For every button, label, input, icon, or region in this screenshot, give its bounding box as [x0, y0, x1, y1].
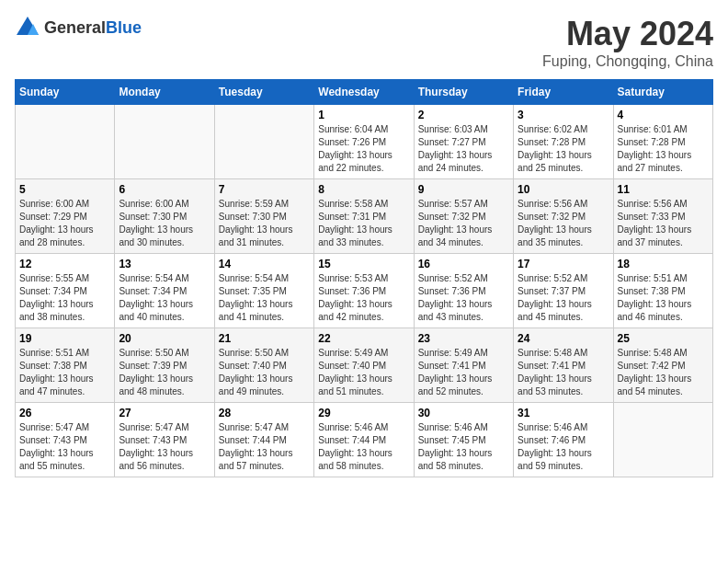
calendar-cell: 22Sunrise: 5:49 AM Sunset: 7:40 PM Dayli…	[314, 328, 414, 403]
day-number: 14	[219, 258, 310, 270]
calendar-cell: 7Sunrise: 5:59 AM Sunset: 7:30 PM Daylig…	[214, 179, 313, 254]
calendar-week-row: 1Sunrise: 6:04 AM Sunset: 7:26 PM Daylig…	[16, 105, 713, 179]
day-number: 6	[119, 183, 210, 196]
day-number: 21	[219, 332, 310, 345]
calendar-cell: 27Sunrise: 5:47 AM Sunset: 7:43 PM Dayli…	[115, 403, 214, 477]
day-number: 24	[518, 332, 609, 345]
day-number: 25	[618, 332, 709, 345]
calendar-week-row: 26Sunrise: 5:47 AM Sunset: 7:43 PM Dayli…	[16, 403, 713, 477]
day-info: Sunrise: 5:47 AM Sunset: 7:43 PM Dayligh…	[19, 421, 110, 473]
calendar-cell: 8Sunrise: 5:58 AM Sunset: 7:31 PM Daylig…	[314, 179, 414, 254]
page-header: GeneralBlue May 2024 Fuping, Chongqing, …	[15, 15, 713, 70]
day-number: 19	[19, 332, 110, 345]
calendar-cell: 13Sunrise: 5:54 AM Sunset: 7:34 PM Dayli…	[115, 254, 214, 328]
day-of-week-header: Monday	[115, 80, 214, 105]
logo-text-blue: Blue	[106, 18, 142, 37]
day-of-week-header: Friday	[514, 80, 613, 105]
day-number: 5	[19, 183, 110, 196]
calendar-week-row: 12Sunrise: 5:55 AM Sunset: 7:34 PM Dayli…	[16, 254, 713, 328]
calendar-cell: 19Sunrise: 5:51 AM Sunset: 7:38 PM Dayli…	[16, 328, 115, 403]
day-number: 2	[418, 109, 509, 121]
day-info: Sunrise: 5:58 AM Sunset: 7:31 PM Dayligh…	[318, 198, 409, 249]
day-number: 7	[219, 183, 310, 196]
calendar-week-row: 19Sunrise: 5:51 AM Sunset: 7:38 PM Dayli…	[16, 328, 713, 403]
day-number: 27	[119, 407, 210, 419]
calendar-cell: 23Sunrise: 5:49 AM Sunset: 7:41 PM Dayli…	[414, 328, 513, 403]
day-info: Sunrise: 5:47 AM Sunset: 7:43 PM Dayligh…	[119, 421, 210, 473]
day-number: 29	[318, 407, 409, 419]
calendar-cell	[16, 105, 115, 179]
logo: GeneralBlue	[15, 15, 142, 40]
calendar-cell: 21Sunrise: 5:50 AM Sunset: 7:40 PM Dayli…	[214, 328, 313, 403]
day-info: Sunrise: 5:53 AM Sunset: 7:36 PM Dayligh…	[318, 272, 409, 324]
calendar-cell: 9Sunrise: 5:57 AM Sunset: 7:32 PM Daylig…	[414, 179, 513, 254]
calendar-cell: 2Sunrise: 6:03 AM Sunset: 7:27 PM Daylig…	[414, 105, 513, 179]
calendar-cell: 29Sunrise: 5:46 AM Sunset: 7:44 PM Dayli…	[314, 403, 414, 477]
day-info: Sunrise: 5:48 AM Sunset: 7:42 PM Dayligh…	[618, 347, 709, 398]
day-info: Sunrise: 5:48 AM Sunset: 7:41 PM Dayligh…	[518, 347, 609, 398]
calendar-cell: 5Sunrise: 6:00 AM Sunset: 7:29 PM Daylig…	[16, 179, 115, 254]
day-info: Sunrise: 5:46 AM Sunset: 7:44 PM Dayligh…	[318, 421, 409, 473]
calendar-cell: 30Sunrise: 5:46 AM Sunset: 7:45 PM Dayli…	[414, 403, 513, 477]
day-info: Sunrise: 5:50 AM Sunset: 7:40 PM Dayligh…	[219, 347, 310, 398]
day-info: Sunrise: 6:00 AM Sunset: 7:29 PM Dayligh…	[19, 198, 110, 249]
day-number: 10	[518, 183, 609, 196]
day-info: Sunrise: 5:56 AM Sunset: 7:33 PM Dayligh…	[618, 198, 709, 249]
day-number: 15	[318, 258, 409, 270]
day-info: Sunrise: 6:02 AM Sunset: 7:28 PM Dayligh…	[518, 123, 609, 175]
logo-text-general: General	[44, 18, 106, 37]
day-of-week-header: Sunday	[16, 80, 115, 105]
month-title: May 2024	[542, 15, 713, 53]
day-info: Sunrise: 5:50 AM Sunset: 7:39 PM Dayligh…	[119, 347, 210, 398]
title-block: May 2024 Fuping, Chongqing, China	[542, 15, 713, 70]
day-number: 28	[219, 407, 310, 419]
day-info: Sunrise: 5:56 AM Sunset: 7:32 PM Dayligh…	[518, 198, 609, 249]
day-number: 20	[119, 332, 210, 345]
day-info: Sunrise: 6:00 AM Sunset: 7:30 PM Dayligh…	[119, 198, 210, 249]
day-info: Sunrise: 5:46 AM Sunset: 7:45 PM Dayligh…	[418, 421, 509, 473]
day-info: Sunrise: 5:52 AM Sunset: 7:36 PM Dayligh…	[418, 272, 509, 324]
calendar-cell: 4Sunrise: 6:01 AM Sunset: 7:28 PM Daylig…	[613, 105, 712, 179]
day-number: 12	[19, 258, 110, 270]
calendar-cell: 17Sunrise: 5:52 AM Sunset: 7:37 PM Dayli…	[514, 254, 613, 328]
calendar-cell: 15Sunrise: 5:53 AM Sunset: 7:36 PM Dayli…	[314, 254, 414, 328]
day-number: 18	[618, 258, 709, 270]
location: Fuping, Chongqing, China	[542, 53, 713, 70]
day-info: Sunrise: 5:49 AM Sunset: 7:40 PM Dayligh…	[318, 347, 409, 398]
day-info: Sunrise: 5:54 AM Sunset: 7:34 PM Dayligh…	[119, 272, 210, 324]
day-info: Sunrise: 5:54 AM Sunset: 7:35 PM Dayligh…	[219, 272, 310, 324]
day-number: 3	[518, 109, 609, 121]
day-number: 17	[518, 258, 609, 270]
day-number: 31	[518, 407, 609, 419]
day-info: Sunrise: 6:01 AM Sunset: 7:28 PM Dayligh…	[618, 123, 709, 175]
day-of-week-header: Thursday	[414, 80, 513, 105]
day-info: Sunrise: 6:03 AM Sunset: 7:27 PM Dayligh…	[418, 123, 509, 175]
calendar-cell: 31Sunrise: 5:46 AM Sunset: 7:46 PM Dayli…	[514, 403, 613, 477]
day-info: Sunrise: 6:04 AM Sunset: 7:26 PM Dayligh…	[318, 123, 409, 175]
day-number: 1	[318, 109, 409, 121]
calendar-cell: 14Sunrise: 5:54 AM Sunset: 7:35 PM Dayli…	[214, 254, 313, 328]
calendar-table: SundayMondayTuesdayWednesdayThursdayFrid…	[15, 79, 713, 477]
calendar-cell: 12Sunrise: 5:55 AM Sunset: 7:34 PM Dayli…	[16, 254, 115, 328]
calendar-cell: 24Sunrise: 5:48 AM Sunset: 7:41 PM Dayli…	[514, 328, 613, 403]
day-of-week-header: Saturday	[613, 80, 712, 105]
calendar-cell: 25Sunrise: 5:48 AM Sunset: 7:42 PM Dayli…	[613, 328, 712, 403]
calendar-cell: 18Sunrise: 5:51 AM Sunset: 7:38 PM Dayli…	[613, 254, 712, 328]
day-info: Sunrise: 5:47 AM Sunset: 7:44 PM Dayligh…	[219, 421, 310, 473]
day-number: 23	[418, 332, 509, 345]
calendar-cell: 6Sunrise: 6:00 AM Sunset: 7:30 PM Daylig…	[115, 179, 214, 254]
day-info: Sunrise: 5:52 AM Sunset: 7:37 PM Dayligh…	[518, 272, 609, 324]
day-number: 13	[119, 258, 210, 270]
day-info: Sunrise: 5:51 AM Sunset: 7:38 PM Dayligh…	[19, 347, 110, 398]
day-number: 8	[318, 183, 409, 196]
calendar-week-row: 5Sunrise: 6:00 AM Sunset: 7:29 PM Daylig…	[16, 179, 713, 254]
calendar-cell: 10Sunrise: 5:56 AM Sunset: 7:32 PM Dayli…	[514, 179, 613, 254]
day-number: 22	[318, 332, 409, 345]
day-info: Sunrise: 5:55 AM Sunset: 7:34 PM Dayligh…	[19, 272, 110, 324]
calendar-cell	[115, 105, 214, 179]
day-number: 26	[19, 407, 110, 419]
calendar-cell: 20Sunrise: 5:50 AM Sunset: 7:39 PM Dayli…	[115, 328, 214, 403]
day-info: Sunrise: 5:57 AM Sunset: 7:32 PM Dayligh…	[418, 198, 509, 249]
day-number: 4	[618, 109, 709, 121]
day-info: Sunrise: 5:59 AM Sunset: 7:30 PM Dayligh…	[219, 198, 310, 249]
